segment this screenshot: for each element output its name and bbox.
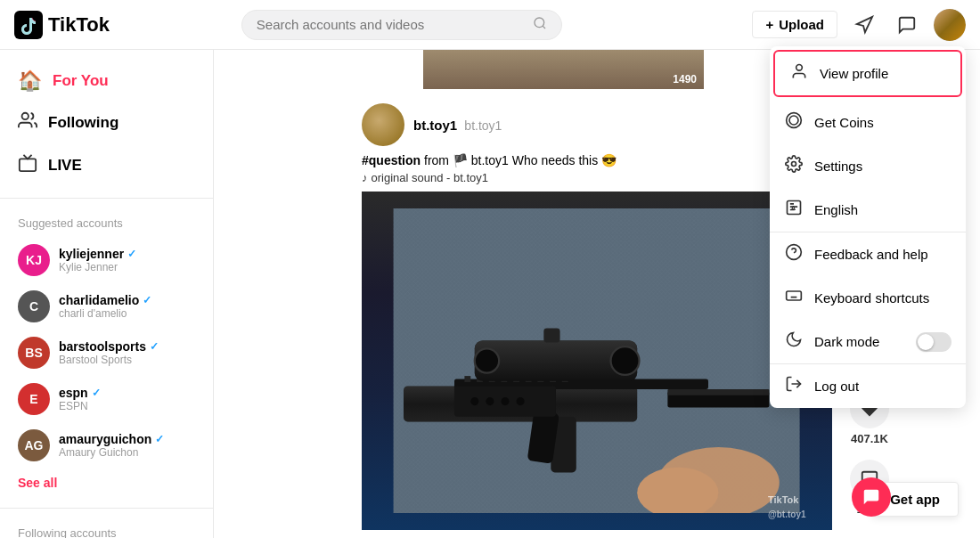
svg-point-37 bbox=[517, 397, 525, 405]
account-info: charlidamelio ✓ charli d'amelio bbox=[59, 293, 151, 320]
header-right: + Upload bbox=[752, 9, 966, 41]
svg-point-35 bbox=[486, 397, 494, 405]
nav-divider-2 bbox=[0, 508, 213, 509]
dark-mode-toggle[interactable] bbox=[916, 332, 951, 352]
settings-label: Settings bbox=[814, 159, 862, 174]
list-item[interactable]: KJ kyliejenner ✓ Kylie Jenner bbox=[0, 237, 213, 283]
video-container: TikTok @bt.toy1 407.1K bbox=[362, 192, 832, 530]
account-info: espn ✓ ESPN bbox=[59, 386, 101, 412]
sidebar-item-live[interactable]: LIVE bbox=[0, 144, 213, 187]
search-icon bbox=[533, 16, 547, 34]
list-item[interactable]: BS barstoolsports ✓ Barstool Sports bbox=[0, 330, 213, 376]
svg-point-42 bbox=[792, 162, 796, 167]
feedback-label: Feedback and help bbox=[814, 247, 928, 262]
live-icon bbox=[18, 153, 37, 178]
language-icon: A bbox=[784, 199, 804, 221]
sidebar-item-for-you[interactable]: 🏠 For You bbox=[0, 61, 213, 102]
avatar bbox=[934, 9, 966, 41]
avatar-button[interactable] bbox=[934, 9, 966, 41]
avatar: E bbox=[18, 383, 50, 415]
list-item[interactable]: AG amauryguichon ✓ Amaury Guichon bbox=[0, 422, 213, 469]
logo-area[interactable]: TikTok bbox=[14, 11, 139, 39]
dark-mode-label: Dark mode bbox=[814, 334, 879, 349]
sidebar-item-following[interactable]: Following bbox=[0, 102, 213, 144]
svg-text:A: A bbox=[791, 204, 796, 212]
video-handle: bt.toy1 bbox=[464, 118, 502, 133]
logo-text: TikTok bbox=[48, 13, 110, 37]
svg-rect-4 bbox=[20, 159, 36, 171]
verified-icon: ✓ bbox=[143, 294, 151, 306]
svg-rect-30 bbox=[544, 329, 560, 343]
svg-point-41 bbox=[789, 116, 798, 125]
dropdown-menu: View profile Get Coins Settings A bbox=[770, 46, 966, 408]
dropdown-item-feedback[interactable]: Feedback and help bbox=[770, 232, 966, 276]
list-item[interactable]: E espn ✓ ESPN bbox=[0, 376, 213, 422]
keyboard-icon bbox=[784, 287, 804, 309]
account-info: amauryguichon ✓ Amaury Guichon bbox=[59, 432, 164, 459]
settings-icon bbox=[784, 155, 804, 177]
search-input[interactable] bbox=[257, 17, 526, 32]
svg-rect-47 bbox=[787, 291, 802, 300]
english-label: English bbox=[814, 202, 858, 217]
sidebar-label-live: LIVE bbox=[48, 157, 82, 175]
dropdown-item-settings[interactable]: Settings bbox=[770, 144, 966, 188]
list-item[interactable]: C charlidamelio ✓ charli d'amelio bbox=[0, 283, 213, 330]
account-name: amauryguichon ✓ bbox=[59, 432, 164, 446]
dropdown-item-view-profile[interactable]: View profile bbox=[775, 52, 960, 95]
sidebar-label-following: Following bbox=[48, 114, 118, 132]
floating-action-button[interactable] bbox=[852, 477, 891, 517]
header: TikTok + Upload bbox=[0, 0, 980, 50]
dropdown-item-dark-mode[interactable]: Dark mode bbox=[770, 320, 966, 363]
video-sound: ♪ original sound - bt.toy1 bbox=[362, 171, 832, 184]
dropdown-item-keyboard[interactable]: Keyboard shortcuts bbox=[770, 276, 966, 320]
dropdown-item-english[interactable]: A English bbox=[770, 188, 966, 232]
avatar: AG bbox=[18, 429, 50, 461]
video-placeholder[interactable]: TikTok @bt.toy1 bbox=[362, 192, 832, 530]
help-icon bbox=[784, 243, 804, 265]
account-info: barstoolsports ✓ Barstool Sports bbox=[59, 339, 159, 366]
logout-label: Log out bbox=[814, 379, 859, 394]
caption-text: from 🏴 bt.toy1 Who needs this 😎 bbox=[424, 153, 617, 167]
svg-point-34 bbox=[471, 397, 479, 405]
video-content-visual bbox=[385, 208, 808, 513]
account-name: espn ✓ bbox=[59, 386, 101, 400]
view-profile-label: View profile bbox=[820, 66, 888, 81]
coins-icon bbox=[784, 111, 804, 134]
search-bar[interactable] bbox=[241, 10, 562, 40]
home-icon: 🏠 bbox=[18, 69, 42, 93]
avatar: C bbox=[18, 290, 50, 322]
svg-point-39 bbox=[796, 65, 803, 71]
account-info: kyliejenner ✓ Kylie Jenner bbox=[59, 247, 136, 273]
dropdown-item-logout[interactable]: Log out bbox=[770, 364, 966, 408]
music-note-icon: ♪ bbox=[362, 171, 368, 184]
account-name: charlidamelio ✓ bbox=[59, 293, 151, 307]
account-name: barstoolsports ✓ bbox=[59, 339, 159, 354]
account-name: kyliejenner ✓ bbox=[59, 247, 136, 261]
partial-video-top: 1490 bbox=[423, 50, 704, 89]
close-icon bbox=[862, 487, 881, 507]
dropdown-item-get-coins[interactable]: Get Coins bbox=[770, 101, 966, 144]
caption-hashtag: #question bbox=[362, 153, 421, 167]
logout-icon bbox=[784, 375, 804, 397]
avatar: BS bbox=[18, 337, 50, 369]
sidebar: 🏠 For You Following LIVE Suggested accou… bbox=[0, 50, 214, 538]
video-header: bt.toy1 bt.toy1 bbox=[362, 103, 832, 146]
svg-point-3 bbox=[22, 113, 29, 119]
following-icon bbox=[18, 110, 37, 135]
keyboard-label: Keyboard shortcuts bbox=[814, 290, 929, 306]
see-all-button[interactable]: See all bbox=[0, 469, 213, 497]
following-accounts-label: Following accounts bbox=[0, 519, 213, 538]
partial-view-count: 1490 bbox=[673, 73, 697, 86]
tiktok-logo-icon bbox=[14, 11, 43, 39]
video-user-info: bt.toy1 bt.toy1 bbox=[413, 118, 502, 133]
navigation-icon-button[interactable] bbox=[848, 9, 880, 41]
account-display: charli d'amelio bbox=[59, 307, 151, 320]
verified-icon: ✓ bbox=[127, 248, 136, 260]
moon-icon bbox=[784, 330, 804, 353]
messages-icon-button[interactable] bbox=[891, 9, 923, 41]
account-display: Barstool Sports bbox=[59, 354, 159, 366]
upload-button[interactable]: + Upload bbox=[752, 11, 837, 38]
video-username[interactable]: bt.toy1 bt.toy1 bbox=[413, 118, 502, 133]
account-display: ESPN bbox=[59, 400, 101, 412]
svg-point-28 bbox=[475, 348, 499, 372]
